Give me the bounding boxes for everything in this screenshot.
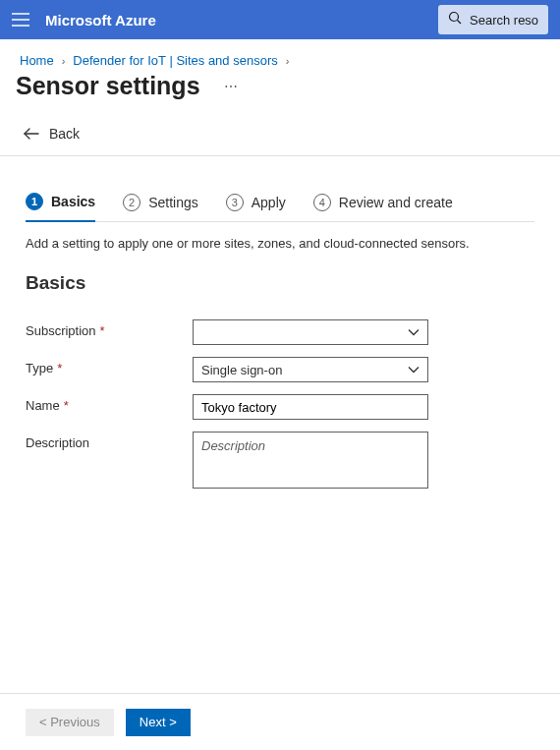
chevron-down-icon (408, 325, 420, 340)
label-subscription: Subscription* (26, 319, 193, 338)
required-asterisk: * (57, 361, 62, 375)
chevron-right-icon: › (286, 55, 290, 67)
arrow-left-icon (24, 128, 39, 140)
label-description: Description (26, 432, 193, 450)
section-heading: Basics (26, 272, 534, 294)
tab-label: Apply (252, 195, 286, 210)
svg-line-4 (458, 21, 462, 25)
next-button[interactable]: Next > (126, 709, 191, 736)
required-asterisk: * (100, 323, 105, 338)
tab-label: Settings (148, 195, 198, 210)
select-value: Single sign-on (201, 363, 282, 377)
field-type: Type* Single sign-on (26, 357, 534, 382)
chevron-down-icon (408, 363, 420, 377)
tab-step-number: 2 (123, 194, 140, 211)
svg-point-3 (450, 13, 459, 22)
tab-review-create[interactable]: 4 Review and create (313, 187, 453, 221)
tab-step-number: 4 (313, 194, 331, 211)
tab-apply[interactable]: 3 Apply (226, 187, 286, 221)
tab-label: Review and create (339, 195, 453, 210)
wizard-tabs: 1 Basics 2 Settings 3 Apply 4 Review and… (26, 187, 534, 222)
more-actions-button[interactable]: ⋯ (220, 75, 244, 98)
breadcrumb-home[interactable]: Home (20, 53, 54, 68)
label-text: Name (26, 398, 60, 413)
tab-description: Add a setting to apply one or more sites… (26, 222, 534, 272)
field-name: Name* (26, 394, 534, 420)
label-text: Subscription (26, 323, 96, 338)
back-button[interactable]: Back (0, 118, 560, 156)
chevron-right-icon: › (62, 55, 66, 67)
field-subscription: Subscription* (26, 319, 534, 345)
label-text: Description (26, 435, 89, 450)
type-select[interactable]: Single sign-on (193, 357, 428, 382)
page-title: Sensor settings (16, 72, 200, 100)
brand-label[interactable]: Microsoft Azure (45, 12, 156, 29)
tab-basics[interactable]: 1 Basics (26, 187, 95, 222)
name-input-wrap (193, 394, 428, 420)
label-name: Name* (26, 394, 193, 413)
content-area: 1 Basics 2 Settings 3 Apply 4 Review and… (0, 157, 560, 693)
tab-step-number: 1 (26, 193, 43, 210)
back-label: Back (49, 126, 80, 142)
tab-label: Basics (51, 194, 95, 209)
previous-button[interactable]: < Previous (26, 709, 114, 736)
wizard-footer: < Previous Next > (0, 693, 560, 750)
search-input[interactable] (470, 13, 538, 28)
description-textarea[interactable] (201, 438, 420, 482)
breadcrumb: Home › Defender for IoT | Sites and sens… (0, 39, 560, 68)
label-type: Type* (26, 357, 193, 375)
breadcrumb-defender[interactable]: Defender for IoT | Sites and sensors (73, 53, 277, 68)
description-wrap (193, 432, 428, 489)
tab-settings[interactable]: 2 Settings (123, 187, 198, 221)
page-header: Sensor settings ⋯ (0, 68, 560, 118)
subscription-select[interactable] (193, 319, 428, 345)
global-search[interactable] (438, 5, 548, 34)
field-description: Description (26, 432, 534, 489)
required-asterisk: * (64, 398, 69, 413)
hamburger-icon[interactable] (12, 13, 29, 27)
name-input[interactable] (201, 400, 420, 415)
label-text: Type (26, 361, 53, 375)
tab-step-number: 3 (226, 194, 244, 211)
search-icon (448, 11, 462, 29)
top-bar: Microsoft Azure (0, 0, 560, 39)
